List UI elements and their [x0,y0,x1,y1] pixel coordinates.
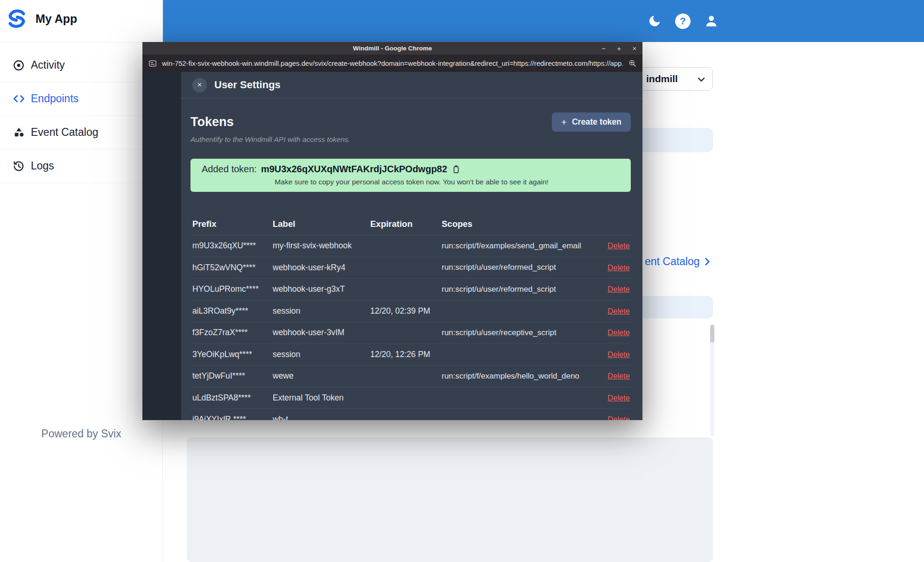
token-prefix: hGiT52wVNQ**** [192,263,273,273]
token-label: session [273,306,370,316]
dark-mode-toggle[interactable] [647,14,662,28]
activity-icon [12,59,25,72]
chevron-down-icon [696,74,707,87]
delete-token-link[interactable]: Delete [607,241,630,250]
window-title: Windmill - Google Chrome [353,45,432,52]
token-table-body: m9U3x26qXU**** my-first-svix-webhook run… [190,235,631,420]
category-icon [12,126,25,139]
delete-token-link[interactable]: Delete [607,328,630,337]
url-bar[interactable]: win-752-fix-svix-webhook-win.windmill.pa… [142,55,642,72]
table-row: f3FzoZ7raX**** webhook-user-3vIM run:scr… [190,322,631,344]
table-row: hGiT52wVNQ**** webhook-user-kRy4 run:scr… [190,257,631,279]
alert-label: Added token: [202,164,257,175]
delete-token-link[interactable]: Delete [607,372,630,380]
topbar-icons: ? [647,0,719,42]
app-title: My App [35,12,77,26]
sidebar-item-activity[interactable]: Activity [0,49,162,82]
column-header-scopes: Scopes [442,219,593,229]
window-controls: − + × [600,42,638,55]
delete-token-link[interactable]: Delete [607,263,630,272]
sidebar-item-label: Logs [31,160,54,172]
event-catalog-link[interactable]: ent Catalog [645,255,712,268]
token-label: my-first-svix-webhook [273,241,370,251]
browser-viewport: × User Settings Tokens + Create token Au… [142,72,642,420]
sidebar-item-event-catalog[interactable]: Event Catalog [0,116,162,149]
table-row: i9AiXYIxlR.**** wh-t Delete [190,409,631,420]
table-row: aiL3ROat9y**** session 12/20, 02:39 PM D… [190,301,631,323]
sidebar: My App Activity Endpoints [0,0,163,562]
plus-icon: + [561,117,567,128]
delete-token-link[interactable]: Delete [607,415,630,420]
sidebar-item-logs[interactable]: Logs [0,149,162,183]
token-scopes: run:script/u/user/receptive_script [442,328,593,337]
token-expiration: 12/20, 02:39 PM [370,306,442,316]
delete-token-link[interactable]: Delete [607,307,630,315]
zoom-icon[interactable] [628,59,637,68]
token-scopes: run:script/f/examples/hello_world_deno [442,372,593,381]
token-label: webhook-user-g3xT [273,284,370,294]
alert-token-value: m9U3x26qXUXqNWtFAKrdjJCkPOdwgp82 [261,164,447,175]
window-minimize-button[interactable]: − [600,44,607,52]
url-text[interactable]: win-752-fix-svix-webhook-win.windmill.pa… [162,60,623,67]
window-titlebar[interactable]: Windmill - Google Chrome − + × [142,42,642,55]
sidebar-item-label: Endpoints [31,92,78,105]
powered-by-svix: Powered by Svix [0,428,162,440]
code-brackets-icon [12,92,25,105]
scrollbar[interactable] [710,324,714,436]
window-maximize-button[interactable]: + [616,44,622,52]
sidebar-nav: Activity Endpoints Event Catalog [0,49,162,183]
workspace-select-value: indmill [646,73,678,84]
event-catalog-link-label: ent Catalog [645,255,700,268]
create-token-button[interactable]: + Create token [552,112,631,132]
table-row: m9U3x26qXU**** my-first-svix-webhook run… [190,235,631,257]
table-row: tetYjDwFuI**** wewe run:script/f/example… [190,365,631,387]
topbar: ? [163,0,924,42]
delete-token-link[interactable]: Delete [607,393,630,402]
tokens-subtitle: Authentify to the Windmill API with acce… [190,135,631,144]
column-header-label: Label [273,219,370,229]
column-header-prefix: Prefix [192,219,273,229]
delete-token-link[interactable]: Delete [607,285,630,293]
token-prefix: aiL3ROat9y**** [192,306,273,316]
sidebar-divider [0,42,162,43]
token-prefix: HYOLuPRomc**** [192,284,273,294]
drawer-header: × User Settings [181,72,642,98]
help-button[interactable]: ? [675,14,691,29]
app-logo-row: My App [6,7,77,30]
sidebar-item-label: Activity [31,59,65,71]
user-menu-button[interactable] [704,14,719,28]
alert-note: Make sure to copy your personal access t… [202,178,621,186]
token-label: webhook-user-3vIM [273,328,370,337]
create-token-label: Create token [572,117,621,127]
drawer-title: User Settings [214,79,281,91]
token-prefix: 3YeOiKpLwq**** [192,350,273,359]
token-prefix: uLdBztSPA8**** [192,393,273,403]
background-panel [187,437,713,562]
user-settings-drawer: × User Settings Tokens + Create token Au… [181,72,642,420]
sidebar-item-endpoints[interactable]: Endpoints [0,82,162,116]
drawer-close-button[interactable]: × [192,78,207,92]
table-row: uLdBztSPA8**** External Tool Token Delet… [190,387,631,409]
token-prefix: m9U3x26qXU**** [192,241,273,251]
token-scopes: run:script/u/user/reformed_script [442,263,593,272]
sidebar-item-label: Event Catalog [31,126,98,139]
token-scopes: run:script/u/user/reformed_script [442,285,593,294]
delete-token-link[interactable]: Delete [607,350,630,358]
site-info-icon[interactable] [148,59,157,68]
chevron-right-icon [702,256,712,267]
svix-logo-icon [6,7,28,30]
token-label: session [273,350,370,359]
token-expiration: 12/20, 12:26 PM [370,350,442,359]
token-table-header: Prefix Label Expiration Scopes [190,212,631,235]
token-label: External Tool Token [273,393,370,403]
token-label: wewe [273,371,370,381]
token-scopes: run:script/f/examples/send_gmail_email [442,241,593,251]
column-header-expiration: Expiration [370,219,442,229]
token-prefix: f3FzoZ7raX**** [192,328,273,337]
copy-icon[interactable] [451,165,461,174]
tokens-heading: Tokens [190,115,234,129]
token-label: webhook-user-kRy4 [273,263,370,273]
window-close-button[interactable]: × [631,44,638,52]
scrollbar-thumb[interactable] [710,325,714,343]
token-label: wh-t [273,414,370,420]
